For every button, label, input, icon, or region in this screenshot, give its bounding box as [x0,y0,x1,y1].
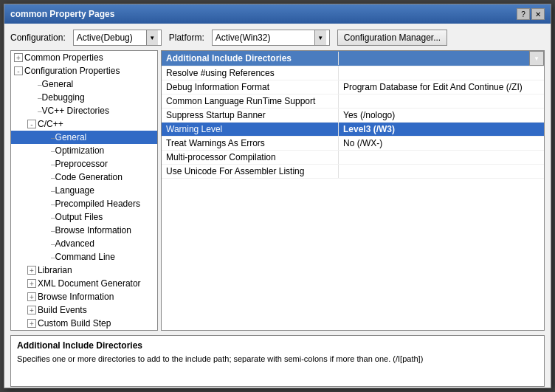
props-col-left-0: Resolve #using References [162,66,339,80]
props-table: Additional Include Directories ▼ Resolve… [162,51,544,330]
tree-item-label-common-props: Common Properties [24,52,103,63]
tree-item-label-advanced: Advanced [55,238,94,249]
props-col-left-3: Suppress Startup Banner [162,109,339,122]
tree-expand-xml-doc[interactable]: + [27,279,36,288]
tree-item-build-events[interactable]: +Build Events [11,303,157,317]
tree-expand-browse-info2[interactable]: + [27,292,36,301]
tree-item-custom-build[interactable]: +Custom Build Step [11,317,157,330]
config-label: Configuration: [10,32,66,43]
props-col-right-7 [339,170,544,173]
tree-item-advanced[interactable]: – Advanced [11,237,157,250]
config-dropdown-arrow[interactable]: ▼ [146,30,158,45]
props-col-left-4: Warning Level [162,123,339,136]
props-col-right-6 [339,156,544,159]
tree-item-label-browse-info2: Browse Information [38,292,114,302]
props-scroll-button[interactable]: ▼ [529,51,544,66]
tree-item-browse-info[interactable]: – Browse Information [11,224,157,237]
tree-item-cpp-general[interactable]: – General [11,131,157,144]
props-header-text: Additional Include Directories [162,52,339,65]
tree-item-xml-doc[interactable]: +XML Document Generator [11,277,157,290]
tree-item-optimization[interactable]: – Optimization [11,144,157,157]
props-row-6[interactable]: Multi-processor Compilation [162,151,544,165]
tree-item-debugging[interactable]: – Debugging [11,91,157,104]
tree-item-label-build-events: Build Events [38,305,87,315]
props-row-3[interactable]: Suppress Startup BannerYes (/nologo) [162,109,544,123]
tree-expand-config-props[interactable]: - [14,66,23,75]
config-row: Configuration: Active(Debug) ▼ Platform:… [10,30,545,46]
props-row-5[interactable]: Treat Warnings As ErrorsNo (/WX-) [162,137,544,151]
props-col-left-6: Multi-processor Compilation [162,151,339,164]
props-col-right-3: Yes (/nologo) [339,109,544,122]
tree-item-code-gen[interactable]: – Code Generation [11,171,157,184]
props-rows: Resolve #using ReferencesDebug Informati… [162,66,544,179]
tree-item-label-general: General [42,79,74,89]
tree-item-general[interactable]: – General [11,78,157,91]
tree-item-label-language: Language [55,185,94,196]
tree-item-label-optimization: Optimization [55,145,105,156]
tree-item-label-debugging: Debugging [42,92,85,103]
dialog-title: common Property Pages [10,9,114,19]
desc-text: Specifies one or more directories to add… [17,354,538,365]
main-content: +Common Properties-Configuration Propert… [10,50,545,331]
props-col-left-2: Common Language RunTime Support [162,94,339,108]
config-manager-button[interactable]: Configuration Manager... [337,30,447,46]
tree-item-label-preprocessor: Preprocessor [55,159,108,169]
tree-item-command-line[interactable]: – Command Line [11,250,157,264]
tree-item-output-files[interactable]: – Output Files [11,210,157,224]
props-col-right-2 [339,100,544,103]
config-dropdown[interactable]: Active(Debug) ▼ [73,30,162,46]
dialog-window: common Property Pages ? ✕ Configuration:… [4,4,551,388]
tree-item-label-xml-doc: XML Document Generator [38,278,141,289]
help-button[interactable]: ? [517,8,530,20]
props-col-left-1: Debug Information Format [162,80,339,94]
tree-item-label-cpp-general: General [55,132,87,142]
tree-item-label-output-files: Output Files [55,212,103,222]
tree-expand-custom-build[interactable]: + [27,319,36,328]
platform-dropdown[interactable]: Active(Win32) ▼ [212,30,330,46]
tree-item-config-props[interactable]: -Configuration Properties [11,64,157,78]
tree-expand-cpp[interactable]: - [27,120,36,128]
tree-item-vc-dirs[interactable]: – VC++ Directories [11,104,157,117]
tree-panel: +Common Properties-Configuration Propert… [10,50,158,331]
tree-expand-librarian[interactable]: + [27,266,36,275]
platform-value: Active(Win32) [216,32,311,43]
close-button[interactable]: ✕ [531,8,545,20]
tree-item-cpp[interactable]: -C/C++ [11,117,157,131]
platform-dropdown-arrow[interactable]: ▼ [314,30,326,45]
props-row-1[interactable]: Debug Information FormatProgram Database… [162,80,544,94]
tree-expand-build-events[interactable]: + [27,306,36,314]
platform-label: Platform: [169,32,204,43]
tree-item-librarian[interactable]: +Librarian [11,264,157,277]
tree-item-precomp-headers[interactable]: – Precompiled Headers [11,197,157,210]
props-row-0[interactable]: Resolve #using References [162,66,544,80]
tree-item-label-browse-info: Browse Information [55,225,131,235]
props-panel: Additional Include Directories ▼ Resolve… [161,50,545,331]
dialog-body: Configuration: Active(Debug) ▼ Platform:… [4,24,551,392]
tree-item-language[interactable]: – Language [11,184,157,197]
tree-item-label-code-gen: Code Generation [55,172,123,182]
props-header-right [339,57,529,60]
description-panel: Additional Include Directories Specifies… [10,335,545,387]
tree-item-label-vc-dirs: VC++ Directories [42,106,109,116]
tree-expand-common-props[interactable]: + [14,53,23,62]
tree-item-browse-info2[interactable]: +Browse Information [11,290,157,303]
props-row-4[interactable]: Warning LevelLevel3 (/W3) [162,123,544,137]
tree-item-label-cpp: C/C++ [38,119,63,129]
title-bar: common Property Pages ? ✕ [4,4,551,24]
desc-title: Additional Include Directories [17,340,538,351]
props-row-7[interactable]: Use Unicode For Assembler Listing [162,165,544,179]
props-col-right-1: Program Database for Edit And Continue (… [339,80,544,94]
props-col-left-7: Use Unicode For Assembler Listing [162,165,339,178]
props-col-right-5: No (/WX-) [339,137,544,150]
tree-item-label-custom-build: Custom Build Step [38,318,111,329]
tree-item-preprocessor[interactable]: – Preprocessor [11,157,157,171]
tree-item-label-config-props: Configuration Properties [24,66,120,76]
title-bar-controls: ? ✕ [517,8,545,20]
tree-item-label-precomp-headers: Precompiled Headers [55,199,140,209]
props-col-left-5: Treat Warnings As Errors [162,137,339,150]
tree-item-label-command-line: Command Line [55,252,115,262]
tree-item-common-props[interactable]: +Common Properties [11,51,157,64]
props-col-right-0 [339,72,544,75]
props-col-right-4: Level3 (/W3) [339,123,544,136]
props-row-2[interactable]: Common Language RunTime Support [162,94,544,109]
